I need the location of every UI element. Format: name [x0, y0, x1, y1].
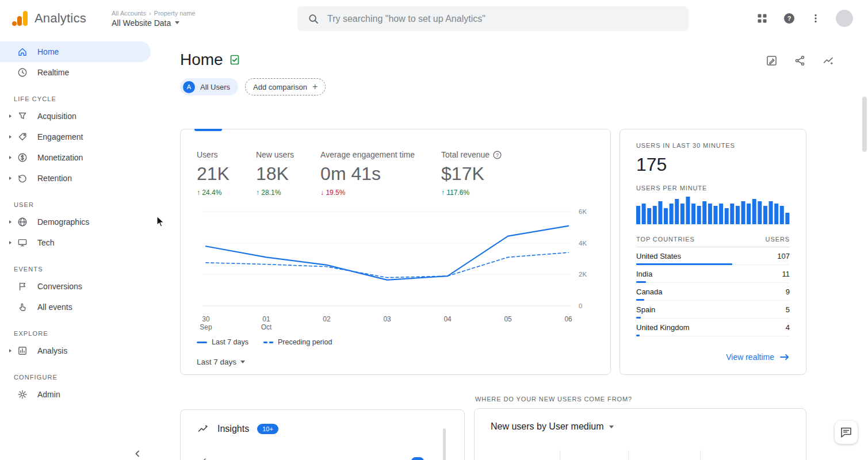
insight-item-badge [411, 457, 424, 460]
country-users-value: 4 [786, 323, 790, 332]
expand-caret-icon[interactable] [6, 220, 14, 224]
legend-label: Preceding period [278, 338, 332, 346]
metric-label-text: Average engagement time [320, 150, 415, 159]
sidebar-item-demographics[interactable]: Demographics [0, 212, 151, 232]
insight-list-item[interactable] [197, 456, 448, 460]
users-per-minute-label: USERS PER MINUTE [636, 185, 790, 191]
sidebar-item-all-events[interactable]: All events [0, 297, 151, 317]
sidebar-item-retention[interactable]: Retention [0, 168, 151, 189]
clock-icon [17, 67, 28, 78]
expand-caret-icon[interactable] [6, 240, 14, 245]
country-name: United Kingdom [636, 323, 690, 332]
expand-caret-icon[interactable] [6, 114, 14, 118]
metrics-row: Users21K↑ 24.4%New users18K↑ 28.1%Averag… [197, 150, 594, 197]
home-icon [17, 46, 28, 57]
caret-down-icon [175, 21, 179, 24]
sidebar-item-conversions[interactable]: Conversions [0, 276, 151, 297]
global-search[interactable] [297, 6, 689, 31]
sidebar-item-analysis[interactable]: Analysis [0, 340, 151, 361]
sidebar-item-realtime[interactable]: Realtime [0, 62, 151, 83]
svg-text:6K: 6K [579, 208, 587, 215]
trend-chart-area: 02K4K6K30Sep01Oct0203040506 [197, 205, 594, 338]
sidebar-item-engagement[interactable]: Engagement [0, 126, 151, 147]
report-actions [766, 54, 835, 67]
svg-text:06: 06 [564, 315, 572, 323]
page-scrollbar-thumb[interactable] [862, 97, 867, 152]
country-users-bar [636, 335, 640, 336]
sidebar-item-label: Realtime [37, 68, 69, 77]
country-row-united-kingdom: United Kingdom4 [636, 319, 790, 336]
country-name: Canada [636, 288, 663, 296]
svg-text:?: ? [787, 15, 791, 22]
events-icon [17, 301, 28, 313]
dashed-line-swatch [263, 342, 273, 343]
sidebar-item-label: Conversions [37, 282, 82, 291]
view-realtime-link[interactable]: View realtime [636, 352, 790, 362]
help-icon[interactable]: ? [783, 12, 796, 25]
all-users-label: All Users [200, 83, 230, 91]
kebab-menu-icon[interactable] [810, 13, 821, 24]
sidebar-item-admin[interactable]: Admin [0, 384, 151, 405]
chart-legend: Last 7 days Preceding period [197, 338, 594, 346]
avatar[interactable] [836, 10, 853, 27]
sidebar-section-heading-explore: EXPLORE [14, 330, 151, 337]
metric-label: Average engagement time [320, 150, 415, 159]
google-analytics-logo[interactable] [10, 9, 30, 28]
retention-icon [17, 172, 28, 184]
expand-caret-icon[interactable] [6, 135, 14, 139]
help-circle-icon[interactable]: ? [493, 151, 502, 159]
country-name: Spain [636, 305, 655, 314]
solid-line-swatch [197, 342, 207, 343]
engagement-icon [17, 131, 28, 143]
caret-down-icon [609, 425, 614, 428]
sidebar-item-label: All events [37, 302, 72, 312]
feedback-button[interactable] [835, 421, 858, 444]
new-users-section-label: WHERE DO YOUR NEW USERS COME FROM? [475, 396, 806, 402]
date-range-label: Last 7 days [197, 358, 236, 366]
expand-caret-icon[interactable] [6, 176, 14, 181]
country-users-value: 11 [782, 270, 790, 278]
sidebar-section-heading-events: EVENTS [14, 266, 151, 273]
sidebar-collapse-button[interactable] [133, 450, 142, 458]
sidebar-item-monetization[interactable]: Monetization [0, 147, 151, 168]
metric-label: Total revenue? [441, 150, 502, 159]
svg-text:0: 0 [579, 302, 582, 309]
users-per-minute-chart [636, 197, 791, 224]
date-range-selector[interactable]: Last 7 days [197, 358, 594, 366]
insights-sparkline-icon[interactable] [822, 54, 835, 67]
caret-down-icon [240, 361, 245, 363]
legend-preceding-period: Preceding period [263, 338, 332, 346]
sidebar-section-heading-user: USER [14, 201, 151, 208]
account-property-switcher[interactable]: All Accounts › Property name All Website… [112, 10, 196, 28]
all-users-chip[interactable]: A All Users [180, 78, 238, 95]
topbar-actions: ? [756, 0, 868, 37]
insights-count-badge[interactable]: 10+ [257, 424, 278, 434]
search-input[interactable] [327, 14, 678, 24]
insights-card-scrollbar[interactable] [443, 428, 446, 460]
insights-card: Insights 10+ [180, 409, 465, 460]
expand-caret-icon[interactable] [6, 348, 14, 353]
new-users-dimension-selector[interactable]: New users by User medium [491, 421, 790, 432]
svg-text:01Oct: 01Oct [261, 315, 272, 331]
sidebar-item-tech[interactable]: Tech [0, 232, 151, 253]
users-30min-value: 175 [636, 154, 790, 175]
sidebar-item-label: Engagement [37, 132, 83, 141]
sidebar-item-acquisition[interactable]: Acquisition [0, 106, 151, 126]
sidebar-item-home[interactable]: Home [0, 41, 151, 62]
admin-icon [17, 389, 28, 400]
customize-report-icon[interactable] [766, 54, 778, 67]
add-comparison-label: Add comparison [253, 83, 307, 91]
property-selector-label: All Website Data [112, 18, 171, 28]
share-icon[interactable] [794, 54, 806, 67]
metric-delta: ↓ 19.5% [320, 189, 415, 197]
expand-caret-icon[interactable] [6, 155, 14, 160]
add-comparison-chip[interactable]: Add comparison + [245, 78, 326, 95]
apps-grid-icon[interactable] [756, 13, 768, 24]
sidebar-item-label: Home [37, 47, 59, 56]
sidebar-item-label: Demographics [37, 217, 89, 227]
sidebar-item-label: Tech [37, 238, 55, 247]
svg-text:30Sep: 30Sep [200, 315, 212, 331]
metric-label-text: Users [197, 150, 218, 159]
metric-total-revenue: Total revenue?$17K↑ 117.6% [441, 150, 502, 197]
tech-icon [17, 237, 28, 248]
